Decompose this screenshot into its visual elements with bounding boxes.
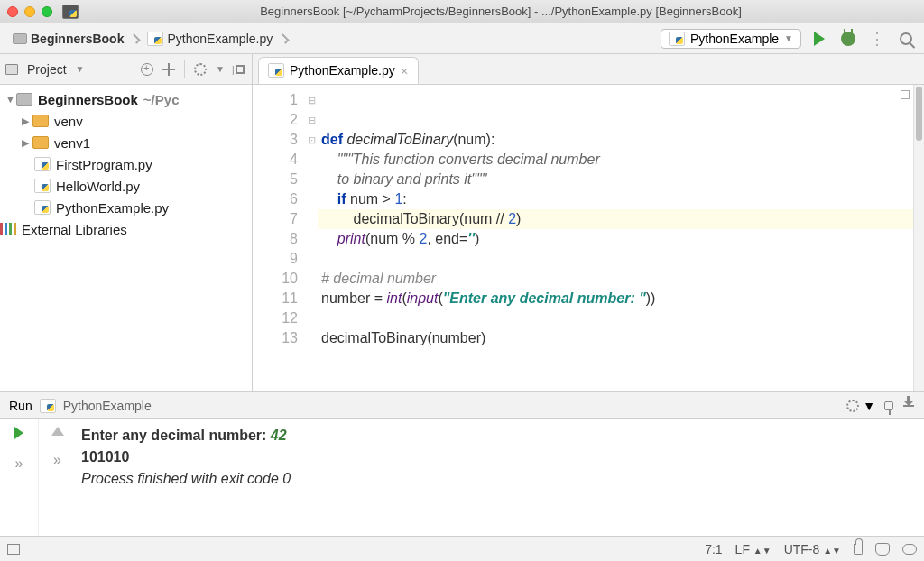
run-config-label: PythonExample	[690, 32, 779, 46]
more-button[interactable]: »	[53, 452, 61, 468]
folder-icon	[32, 115, 49, 127]
tree-file[interactable]: PythonExample.py	[0, 197, 252, 218]
breadcrumb-label: PythonExample.py	[167, 32, 273, 46]
project-tool-window: Project ▼ ▼ ▼ BeginnersBook ~/Pyc ▶ venv	[0, 54, 253, 391]
tree-item-label: PythonExample.py	[56, 200, 169, 216]
python-file-icon	[669, 32, 685, 46]
fold-gutter[interactable]: ⊟⊟⊡	[305, 85, 318, 391]
breadcrumb-item-root[interactable]: BeginnersBook	[7, 32, 129, 46]
tool-window-toggle-button[interactable]	[7, 544, 20, 555]
run-config-dropdown[interactable]: PythonExample ▼	[661, 29, 801, 49]
tree-item-label: External Libraries	[22, 222, 127, 237]
line-number-gutter: 12345678910111213	[253, 85, 305, 391]
separator	[184, 60, 185, 78]
tree-item-label: FirstProgram.py	[56, 157, 152, 172]
code-editor[interactable]: 12345678910111213 ⊟⊟⊡ def decimalToBinar…	[253, 85, 924, 391]
python-file-icon	[268, 63, 284, 78]
run-button[interactable]	[808, 28, 830, 50]
project-view-icon	[5, 63, 18, 76]
tree-folder[interactable]: ▶ venv1	[0, 132, 252, 153]
encoding-selector[interactable]: UTF-8 ▲▼	[784, 542, 841, 556]
add-target-button[interactable]	[141, 63, 153, 76]
more-actions-button[interactable]: ⋮	[866, 28, 888, 50]
navigation-bar: BeginnersBook PythonExample.py PythonExa…	[0, 23, 924, 54]
collapse-all-button[interactable]	[234, 63, 246, 76]
chevron-down-icon: ▼	[784, 33, 793, 43]
play-icon	[814, 32, 825, 46]
editor-tab[interactable]: PythonExample.py ×	[258, 57, 419, 84]
expand-arrow-icon[interactable]: ▼	[5, 94, 16, 105]
python-file-icon	[34, 200, 51, 215]
pin-icon	[884, 401, 893, 410]
more-button[interactable]: »	[15, 455, 23, 472]
editor-tabs: PythonExample.py ×	[253, 54, 924, 85]
run-toolbar-left: »	[0, 419, 38, 536]
bug-icon	[841, 32, 855, 46]
settings-button[interactable]	[194, 63, 207, 76]
readonly-toggle-icon[interactable]	[854, 544, 863, 555]
tree-folder[interactable]: ▶ venv	[0, 110, 252, 132]
window-close-button[interactable]	[7, 6, 18, 17]
tree-item-label: venv	[54, 114, 83, 129]
editor-area: PythonExample.py × 12345678910111213 ⊟⊟⊡…	[253, 54, 924, 391]
export-button[interactable]	[902, 400, 915, 412]
console-output[interactable]: Enter any decimal number: 42 101010 Proc…	[76, 419, 924, 536]
expand-arrow-icon[interactable]: ▶	[22, 137, 32, 149]
folder-icon	[32, 136, 49, 149]
breadcrumb-separator-icon	[280, 33, 290, 43]
tree-file[interactable]: FirstProgram.py	[0, 153, 252, 175]
python-file-icon	[34, 157, 51, 171]
run-toolbar-right: »	[38, 419, 76, 536]
console-user-input: 42	[271, 428, 287, 443]
tree-item-path: ~/Pyc	[143, 92, 180, 107]
project-toolbar-label[interactable]: Project	[27, 62, 67, 77]
code-content[interactable]: def decimalToBinary(num): """This functi…	[318, 85, 924, 391]
chevron-down-icon: ▼	[863, 399, 875, 413]
rerun-button[interactable]	[14, 427, 23, 439]
tree-item-label: HelloWorld.py	[56, 179, 140, 194]
run-tool-window: Run PythonExample ▼ » » Enter any decima…	[0, 391, 924, 536]
close-tab-button[interactable]: ×	[401, 63, 409, 78]
python-file-icon	[40, 399, 56, 413]
search-button[interactable]	[895, 28, 917, 50]
window-minimize-button[interactable]	[24, 6, 35, 17]
folder-icon	[13, 33, 27, 44]
cursor-position[interactable]: 7:1	[705, 542, 722, 556]
tree-item-label: venv1	[54, 135, 90, 151]
python-file-icon	[34, 179, 51, 193]
search-icon	[900, 32, 912, 45]
tree-external-libraries[interactable]: ▶ External Libraries	[0, 218, 252, 240]
download-icon	[903, 405, 914, 407]
feedback-icon[interactable]	[902, 544, 917, 555]
project-toolbar: Project ▼ ▼	[0, 54, 252, 85]
chevron-down-icon[interactable]: ▼	[76, 64, 85, 74]
pin-button[interactable]	[882, 400, 895, 412]
console-output-line: 101010	[81, 446, 924, 468]
window-title: BeginnersBook [~/PycharmProjects/Beginne…	[85, 5, 917, 18]
select-opened-file-button[interactable]	[162, 63, 175, 76]
app-icon	[62, 4, 79, 20]
gear-icon[interactable]	[846, 400, 859, 412]
debug-button[interactable]	[837, 28, 859, 50]
breadcrumb-separator-icon	[131, 33, 141, 43]
window-maximize-button[interactable]	[42, 6, 52, 17]
gear-icon	[194, 63, 207, 76]
console-prompt: Enter any decimal number:	[81, 428, 271, 443]
expand-arrow-icon[interactable]: ▶	[22, 115, 32, 127]
libraries-icon	[0, 223, 16, 235]
line-separator-selector[interactable]: LF ▲▼	[735, 542, 772, 556]
breadcrumb-item-file[interactable]: PythonExample.py	[142, 32, 278, 46]
tree-item-label: BeginnersBook	[38, 92, 138, 107]
run-panel-title: Run	[9, 399, 32, 413]
chevron-down-icon: ▼	[216, 64, 225, 74]
project-tree[interactable]: ▼ BeginnersBook ~/Pyc ▶ venv ▶ venv1 Fi	[0, 85, 252, 244]
inspection-indicator[interactable]	[901, 90, 910, 99]
python-file-icon	[147, 32, 163, 46]
folder-icon	[16, 93, 32, 106]
tree-file[interactable]: HelloWorld.py	[0, 175, 252, 197]
hector-inspection-icon[interactable]	[875, 543, 890, 556]
run-panel-header[interactable]: Run PythonExample ▼	[0, 392, 924, 419]
up-stacktrace-button[interactable]	[51, 427, 64, 436]
tree-root[interactable]: ▼ BeginnersBook ~/Pyc	[0, 88, 252, 110]
titlebar: BeginnersBook [~/PycharmProjects/Beginne…	[0, 0, 924, 23]
